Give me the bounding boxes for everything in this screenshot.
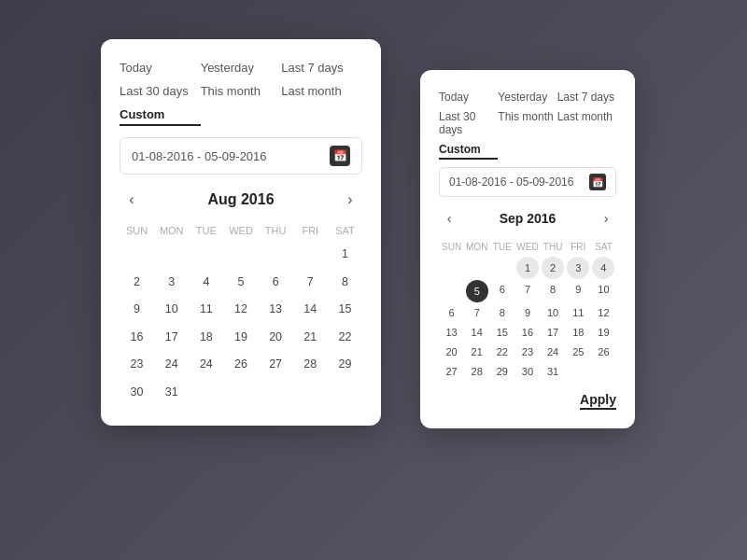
week-row: 23 24 24 26 27 28 29 bbox=[120, 352, 362, 378]
day-11[interactable]: 11 bbox=[189, 297, 223, 323]
calendar-grid-left: SUN MON TUE WED THU FRI SAT 1 2 3 4 5 6 bbox=[120, 223, 362, 405]
sep-day-1[interactable]: 1 bbox=[516, 257, 539, 279]
option-thismonth-left[interactable]: This month bbox=[201, 81, 282, 101]
date-input-left[interactable]: 01-08-2016 - 05-09-2016 📅 bbox=[120, 137, 362, 175]
day-23[interactable]: 23 bbox=[120, 352, 154, 378]
left-date-picker: Today Yesterday Last 7 days Last 30 days… bbox=[101, 39, 381, 426]
option-lastmonth-left[interactable]: Last month bbox=[281, 81, 362, 101]
sep-day-8b[interactable]: 8 bbox=[489, 303, 514, 322]
range-options-left: Today Yesterday Last 7 days Last 30 days… bbox=[120, 58, 362, 126]
week-row: 9 10 11 12 13 14 15 bbox=[120, 297, 362, 323]
sep-day-4[interactable]: 4 bbox=[592, 257, 614, 279]
day-5[interactable]: 5 bbox=[223, 270, 258, 296]
day-24b[interactable]: 24 bbox=[189, 352, 223, 378]
calendar-icon-left[interactable]: 📅 bbox=[330, 146, 350, 166]
week-row: 27 28 29 30 31 bbox=[439, 362, 616, 381]
day-26[interactable]: 26 bbox=[223, 352, 258, 378]
option-custom-right[interactable]: Custom bbox=[439, 141, 498, 160]
sep-day-6[interactable]: 6 bbox=[489, 280, 514, 302]
day-17[interactable]: 17 bbox=[154, 325, 189, 351]
day-24a[interactable]: 24 bbox=[154, 352, 189, 378]
day-20[interactable]: 20 bbox=[259, 325, 293, 351]
day-6[interactable]: 6 bbox=[259, 270, 293, 296]
option-last30-left[interactable]: Last 30 days bbox=[120, 81, 201, 101]
day-9[interactable]: 9 bbox=[120, 297, 154, 323]
option-last7-right[interactable]: Last 7 days bbox=[557, 89, 616, 105]
day-3[interactable]: 3 bbox=[154, 270, 189, 296]
week-row: 6 7 8 9 10 11 12 bbox=[439, 303, 616, 322]
day-1[interactable]: 1 bbox=[328, 242, 362, 268]
calendar-grid-right: SUN MON TUE WED THU FRI SAT 1 2 3 4 5 6 … bbox=[439, 240, 616, 381]
week-row: 5 6 7 8 9 10 bbox=[439, 280, 616, 302]
sep-day-8[interactable]: 8 bbox=[541, 280, 566, 302]
dow-row-right: SUN MON TUE WED THU FRI SAT bbox=[439, 240, 616, 254]
option-thismonth-right[interactable]: This month bbox=[498, 108, 557, 138]
week-row: 13 14 15 16 17 18 19 bbox=[439, 323, 616, 342]
day-18[interactable]: 18 bbox=[189, 325, 223, 351]
day-14[interactable]: 14 bbox=[293, 297, 328, 323]
next-month-right[interactable]: › bbox=[596, 208, 616, 229]
day-30[interactable]: 30 bbox=[120, 380, 154, 406]
sep-day-7b[interactable]: 7 bbox=[464, 303, 489, 322]
day-8[interactable]: 8 bbox=[328, 270, 362, 296]
day-15[interactable]: 15 bbox=[328, 297, 362, 323]
week-row: 1 bbox=[120, 242, 362, 268]
sep-day-3[interactable]: 3 bbox=[567, 257, 589, 279]
sep-day-10[interactable]: 10 bbox=[591, 280, 616, 302]
sep-day-6b[interactable]: 6 bbox=[439, 303, 464, 322]
day-31[interactable]: 31 bbox=[154, 380, 189, 406]
range-options-right: Today Yesterday Last 7 days Last 30 days… bbox=[439, 89, 616, 160]
option-yesterday-right[interactable]: Yesterday bbox=[498, 89, 557, 105]
day-28[interactable]: 28 bbox=[293, 352, 328, 378]
sep-day-12[interactable]: 12 bbox=[591, 303, 616, 322]
calendar-header-right: ‹ Sep 2016 › bbox=[439, 208, 616, 229]
date-input-right[interactable]: 01-08-2016 - 05-09-2016 📅 bbox=[439, 167, 616, 197]
day-2[interactable]: 2 bbox=[120, 270, 154, 296]
date-range-text-right: 01-08-2016 - 05-09-2016 bbox=[449, 175, 589, 189]
date-range-text-left: 01-08-2016 - 05-09-2016 bbox=[132, 149, 330, 163]
apply-button[interactable]: Apply bbox=[580, 392, 616, 410]
sep-day-9b[interactable]: 9 bbox=[514, 303, 540, 322]
sep-day-9[interactable]: 9 bbox=[566, 280, 591, 302]
week-row: 16 17 18 19 20 21 22 bbox=[120, 325, 362, 351]
option-today-left[interactable]: Today bbox=[120, 58, 201, 77]
week-row: 1 2 3 4 bbox=[439, 257, 616, 279]
day-19[interactable]: 19 bbox=[223, 325, 258, 351]
option-custom-left[interactable]: Custom bbox=[120, 105, 201, 126]
right-date-picker: Today Yesterday Last 7 days Last 30 days… bbox=[420, 70, 635, 428]
apply-row: Apply bbox=[439, 392, 616, 410]
day-7[interactable]: 7 bbox=[293, 270, 328, 296]
day-16[interactable]: 16 bbox=[120, 325, 154, 351]
calendar-header-left: ‹ Aug 2016 › bbox=[120, 188, 362, 212]
prev-month-right[interactable]: ‹ bbox=[439, 208, 459, 229]
sep-day-7[interactable]: 7 bbox=[514, 280, 540, 302]
prev-month-left[interactable]: ‹ bbox=[120, 188, 144, 212]
day-21[interactable]: 21 bbox=[293, 325, 328, 351]
day-22[interactable]: 22 bbox=[328, 325, 362, 351]
sep-day-11[interactable]: 11 bbox=[566, 303, 591, 322]
sep-day-10b[interactable]: 10 bbox=[541, 303, 566, 322]
option-last7-left[interactable]: Last 7 days bbox=[281, 58, 362, 77]
option-lastmonth-right[interactable]: Last month bbox=[557, 108, 616, 138]
month-title-right: Sep 2016 bbox=[500, 211, 557, 226]
day-10[interactable]: 10 bbox=[154, 297, 189, 323]
month-title-left: Aug 2016 bbox=[207, 191, 274, 208]
sep-day-2[interactable]: 2 bbox=[542, 257, 564, 279]
week-row: 20 21 22 23 24 25 26 bbox=[439, 343, 616, 361]
dow-row-left: SUN MON TUE WED THU FRI SAT bbox=[120, 223, 362, 238]
sep-day-5[interactable]: 5 bbox=[466, 280, 488, 302]
week-row: 30 31 bbox=[120, 380, 362, 406]
day-29[interactable]: 29 bbox=[328, 352, 362, 378]
option-last30-right[interactable]: Last 30 days bbox=[439, 108, 498, 138]
option-yesterday-left[interactable]: Yesterday bbox=[201, 58, 282, 77]
calendar-icon-right[interactable]: 📅 bbox=[589, 174, 606, 190]
week-row: 2 3 4 5 6 7 8 bbox=[120, 270, 362, 296]
day-4[interactable]: 4 bbox=[189, 270, 223, 296]
option-today-right[interactable]: Today bbox=[439, 89, 498, 105]
day-13[interactable]: 13 bbox=[259, 297, 293, 323]
day-12[interactable]: 12 bbox=[223, 297, 258, 323]
day-27[interactable]: 27 bbox=[259, 352, 293, 378]
next-month-left[interactable]: › bbox=[338, 188, 362, 212]
